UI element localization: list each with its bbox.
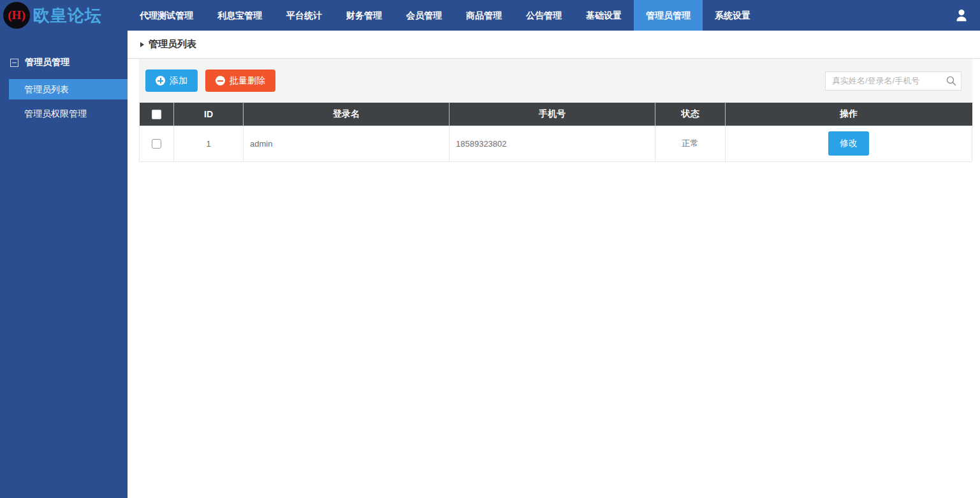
toolbar: 添加 批量删除 bbox=[139, 59, 972, 103]
nav-item-admin-management[interactable]: 管理员管理 bbox=[634, 0, 703, 31]
cell-login: admin bbox=[244, 126, 450, 161]
cell-phone: 18589323802 bbox=[450, 126, 655, 161]
row-checkbox-cell bbox=[140, 126, 174, 161]
table-header-phone: 手机号 bbox=[450, 103, 655, 126]
search-icon[interactable] bbox=[946, 75, 957, 89]
top-navigation-bar: (H) 欧皇论坛 代理测试管理 利息宝管理 平台统计 财务管理 会员管理 商品管… bbox=[0, 0, 980, 31]
search-box bbox=[825, 71, 962, 91]
table-header-login: 登录名 bbox=[244, 103, 450, 126]
table-row: 1 admin 18589323802 正常 修改 bbox=[140, 126, 972, 161]
nav-item-basic-settings[interactable]: 基础设置 bbox=[574, 0, 634, 31]
breadcrumb-arrow-icon bbox=[140, 42, 144, 47]
logo-circle-icon: (H) bbox=[3, 2, 30, 29]
add-button-label: 添加 bbox=[170, 75, 187, 87]
sidebar-item-admin-list[interactable]: 管理员列表 bbox=[9, 79, 128, 99]
breadcrumb: 管理员列表 bbox=[128, 31, 980, 59]
nav-item-platform-stats[interactable]: 平台统计 bbox=[274, 0, 334, 31]
cell-status: 正常 bbox=[655, 126, 726, 161]
table-header-id: ID bbox=[174, 103, 244, 126]
select-all-checkbox[interactable] bbox=[152, 110, 161, 119]
table-header-actions: 操作 bbox=[726, 103, 972, 126]
main-menu: 代理测试管理 利息宝管理 平台统计 财务管理 会员管理 商品管理 公告管理 基础… bbox=[128, 0, 763, 31]
nav-item-system-settings[interactable]: 系统设置 bbox=[703, 0, 763, 31]
sidebar-section-admin-management[interactable]: 管理员管理 bbox=[0, 31, 128, 79]
cell-actions: 修改 bbox=[726, 126, 972, 161]
sidebar: 管理员管理 管理员列表 管理员权限管理 bbox=[0, 31, 128, 498]
nav-item-members[interactable]: 会员管理 bbox=[394, 0, 454, 31]
minus-circle-icon bbox=[216, 76, 225, 85]
content-panel: 添加 批量删除 bbox=[139, 59, 972, 162]
sidebar-item-admin-permissions[interactable]: 管理员权限管理 bbox=[9, 103, 128, 124]
page-title: 管理员列表 bbox=[149, 38, 196, 50]
add-button[interactable]: 添加 bbox=[145, 70, 198, 92]
main-content: 管理员列表 添加 批量删除 bbox=[128, 31, 980, 498]
collapse-minus-icon[interactable] bbox=[10, 59, 18, 67]
edit-button[interactable]: 修改 bbox=[828, 131, 869, 156]
nav-item-finance[interactable]: 财务管理 bbox=[334, 0, 394, 31]
batch-delete-button[interactable]: 批量删除 bbox=[205, 70, 275, 92]
table-header-status: 状态 bbox=[655, 103, 726, 126]
admin-table: ID 登录名 手机号 状态 操作 1 admin 1858932380 bbox=[139, 103, 972, 162]
cell-id: 1 bbox=[174, 126, 244, 161]
nav-item-announcements[interactable]: 公告管理 bbox=[514, 0, 574, 31]
user-avatar-icon[interactable] bbox=[954, 8, 969, 22]
row-checkbox[interactable] bbox=[152, 139, 161, 149]
nav-item-agent-test[interactable]: 代理测试管理 bbox=[128, 0, 205, 31]
sidebar-section-label: 管理员管理 bbox=[25, 57, 69, 68]
site-title: 欧皇论坛 bbox=[33, 4, 102, 27]
brand-logo: (H) 欧皇论坛 bbox=[0, 0, 128, 31]
nav-item-lixibao[interactable]: 利息宝管理 bbox=[205, 0, 274, 31]
table-header-row: ID 登录名 手机号 状态 操作 bbox=[140, 103, 972, 126]
logo-monogram: (H) bbox=[8, 8, 25, 22]
header-select-all bbox=[140, 103, 174, 126]
nav-item-products[interactable]: 商品管理 bbox=[454, 0, 514, 31]
batch-delete-label: 批量删除 bbox=[230, 75, 265, 87]
plus-circle-icon bbox=[156, 76, 165, 85]
search-input[interactable] bbox=[825, 71, 962, 91]
